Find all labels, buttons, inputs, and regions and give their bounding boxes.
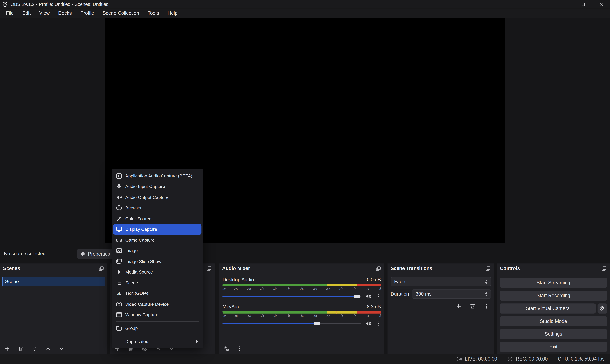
- menu-tools[interactable]: Tools: [143, 9, 163, 18]
- transition-select[interactable]: Fade: [391, 277, 491, 286]
- cpu-status: CPU: 0.1%, 59.94 fps: [558, 356, 604, 362]
- minimize-icon: [563, 2, 568, 7]
- settings-button[interactable]: Settings: [500, 329, 607, 339]
- duration-spinbox[interactable]: 300 ms: [412, 289, 491, 299]
- duration-spinner-icon[interactable]: [485, 292, 488, 296]
- window-title: OBS 29.1.2 - Profile: Untitled - Scenes:…: [11, 1, 108, 7]
- menu-file[interactable]: File: [1, 9, 18, 18]
- volume-slider-handle[interactable]: [354, 295, 360, 298]
- menu-item-display-capture[interactable]: Display Capture: [113, 224, 202, 235]
- empty-icon-placeholder: [116, 338, 122, 345]
- scene-transitions-dock: Scene Transitions Fade Duration 300 ms: [388, 263, 494, 354]
- transition-options-kebab-icon[interactable]: [484, 303, 490, 309]
- add-transition-button[interactable]: [456, 303, 462, 309]
- remove-transition-button[interactable]: [470, 303, 476, 309]
- start-virtual-camera-button[interactable]: Start Virtual Camera: [500, 303, 596, 313]
- menu-item-label: Video Capture Device: [125, 302, 169, 306]
- menu-view[interactable]: View: [35, 9, 54, 18]
- volume-meter: [222, 311, 381, 313]
- controls-dock-header: Controls: [497, 263, 610, 273]
- popout-icon[interactable]: [376, 266, 381, 272]
- meter-scale-label: -30: [300, 315, 304, 318]
- maximize-button[interactable]: [574, 0, 592, 9]
- meter-scale-label: -50: [247, 315, 251, 318]
- channel-level: -8.3 dB: [365, 304, 381, 309]
- volume-icon[interactable]: [365, 293, 371, 299]
- menu-item-video-capture-device[interactable]: Video Capture Device: [112, 299, 203, 309]
- minimize-button[interactable]: [556, 0, 574, 9]
- menu-item-label: Media Source: [125, 270, 153, 274]
- menu-item-color-source[interactable]: Color Source: [112, 213, 203, 224]
- add-scene-button[interactable]: [4, 346, 10, 351]
- menu-item-group[interactable]: Group: [112, 323, 203, 334]
- image-icon: [116, 247, 122, 254]
- move-scene-up-button[interactable]: [45, 346, 51, 351]
- gear-icon: [599, 306, 605, 311]
- menu-help[interactable]: Help: [163, 9, 182, 18]
- studio-mode-button[interactable]: Studio Mode: [500, 316, 607, 326]
- channel-level: 0.0 dB: [367, 277, 381, 282]
- menu-item-audio-output-capture[interactable]: Audio Output Capture: [112, 192, 203, 203]
- remove-scene-button[interactable]: [18, 346, 24, 351]
- volume-slider-handle[interactable]: [314, 322, 320, 325]
- menu-item-window-capture[interactable]: Window Capture: [112, 309, 203, 320]
- menu-docks[interactable]: Docks: [54, 9, 76, 18]
- select-spinner-icon[interactable]: [485, 280, 488, 284]
- volume-slider[interactable]: [222, 295, 361, 297]
- menu-item-text-gdi[interactable]: ab Text (GDI+): [112, 288, 203, 299]
- mixer-options-kebab-icon[interactable]: [237, 346, 243, 351]
- channel-options-kebab-icon[interactable]: [376, 320, 381, 326]
- menu-item-label: Audio Input Capture: [125, 184, 165, 189]
- menu-item-label: Image: [125, 248, 138, 253]
- menu-item-scene[interactable]: Scene: [112, 277, 203, 288]
- channel-options-kebab-icon[interactable]: [376, 293, 381, 299]
- volume-icon[interactable]: [365, 320, 371, 326]
- properties-button[interactable]: Properties: [77, 249, 115, 259]
- menu-item-image-slide-show[interactable]: Image Slide Show: [112, 256, 203, 267]
- scene-filters-button[interactable]: [31, 346, 37, 351]
- menu-item-label: Text (GDI+): [125, 291, 148, 296]
- microphone-icon: [116, 183, 122, 190]
- move-scene-down-button[interactable]: [59, 346, 65, 351]
- menu-item-application-audio-capture[interactable]: Application Audio Capture (BETA): [112, 170, 203, 181]
- menu-item-audio-input-capture[interactable]: Audio Input Capture: [112, 181, 203, 192]
- meter-scale-label: -45: [260, 315, 264, 318]
- meter-scale-label: -35: [287, 288, 290, 290]
- menu-profile[interactable]: Profile: [76, 9, 98, 18]
- menu-item-label: Group: [125, 326, 138, 330]
- meter-scale-label: -45: [260, 288, 264, 290]
- virtual-camera-settings-button[interactable]: [598, 303, 607, 313]
- menu-item-deprecated[interactable]: Deprecated: [112, 336, 203, 347]
- meter-scale-label: -5: [366, 288, 369, 290]
- meter-scale-label: -40: [273, 288, 277, 290]
- menu-item-label: Browser: [125, 206, 142, 210]
- volume-slider[interactable]: [222, 323, 361, 324]
- menu-item-game-capture[interactable]: Game Capture: [112, 235, 203, 245]
- menu-item-media-source[interactable]: Media Source: [112, 267, 203, 277]
- meter-scale-label: -15: [339, 315, 343, 318]
- duration-label: Duration: [391, 291, 409, 297]
- scene-list-icon: [116, 280, 122, 286]
- live-status-label: LIVE: 00:00:00: [465, 356, 497, 362]
- audio-mixer-title: Audio Mixer: [222, 266, 250, 271]
- meter-scale: -60-55-50-45-40-35-30-25-20-15-10-50: [222, 287, 381, 291]
- popout-icon[interactable]: [485, 266, 491, 272]
- rec-status-icon: [507, 356, 513, 362]
- menu-item-image[interactable]: Image: [112, 245, 203, 256]
- close-button[interactable]: [592, 0, 610, 9]
- popout-icon[interactable]: [98, 266, 104, 272]
- start-streaming-button[interactable]: Start Streaming: [500, 278, 607, 288]
- scene-list-item[interactable]: Scene: [2, 276, 105, 286]
- menu-scene-collection[interactable]: Scene Collection: [98, 9, 144, 18]
- folder-icon: [116, 325, 122, 331]
- audio-mixer-dock: Audio Mixer Desktop Audio 0.0 dB -60-55-…: [219, 263, 384, 354]
- meter-scale-label: -25: [313, 288, 317, 290]
- menu-edit[interactable]: Edit: [18, 9, 35, 18]
- popout-icon[interactable]: [601, 266, 607, 272]
- popout-icon[interactable]: [206, 266, 212, 272]
- menu-item-browser[interactable]: Browser: [112, 203, 203, 213]
- exit-button[interactable]: Exit: [500, 342, 607, 352]
- advanced-audio-button[interactable]: [223, 346, 229, 351]
- close-icon: [598, 2, 604, 7]
- start-recording-button[interactable]: Start Recording: [500, 290, 607, 301]
